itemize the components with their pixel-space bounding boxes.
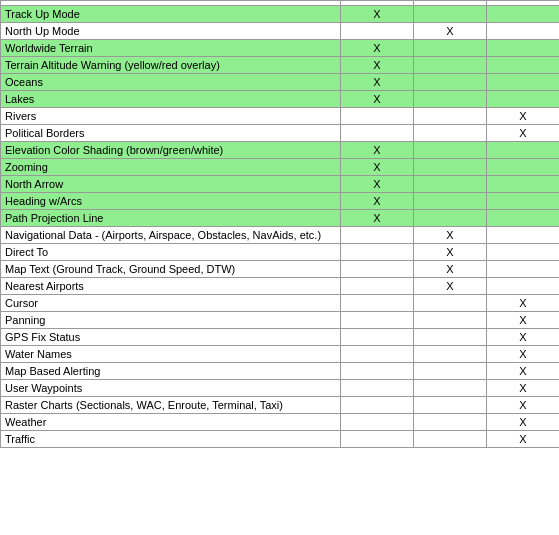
cell-col3 xyxy=(487,244,560,261)
cell-col2 xyxy=(414,6,487,23)
cell-col1 xyxy=(341,244,414,261)
feature-label: GPS Fix Status xyxy=(1,329,341,346)
feature-label: North Arrow xyxy=(1,176,341,193)
table-row: WeatherX xyxy=(1,414,560,431)
cell-col1: X xyxy=(341,193,414,210)
table-row: Political BordersX xyxy=(1,125,560,142)
cell-col3: X xyxy=(487,329,560,346)
cell-col1 xyxy=(341,363,414,380)
cell-col3: X xyxy=(487,414,560,431)
cell-col1 xyxy=(341,346,414,363)
table-row: TrafficX xyxy=(1,431,560,448)
cell-col3 xyxy=(487,40,560,57)
cell-col3: X xyxy=(487,346,560,363)
cell-col3 xyxy=(487,227,560,244)
cell-col3 xyxy=(487,193,560,210)
table-row: Worldwide TerrainX xyxy=(1,40,560,57)
table-row: Path Projection LineX xyxy=(1,210,560,227)
cell-col1 xyxy=(341,397,414,414)
cell-col2 xyxy=(414,346,487,363)
cell-col2 xyxy=(414,57,487,74)
table-row: User WaypointsX xyxy=(1,380,560,397)
cell-col3: X xyxy=(487,125,560,142)
cell-col1 xyxy=(341,329,414,346)
cell-col3 xyxy=(487,159,560,176)
feature-label: Panning xyxy=(1,312,341,329)
feature-label: Path Projection Line xyxy=(1,210,341,227)
feature-label: Zooming xyxy=(1,159,341,176)
table-row: Water NamesX xyxy=(1,346,560,363)
table-row: Map Based AlertingX xyxy=(1,363,560,380)
cell-col2 xyxy=(414,363,487,380)
cell-col1 xyxy=(341,414,414,431)
cell-col2 xyxy=(414,142,487,159)
cell-col1: X xyxy=(341,210,414,227)
table-row: Raster Charts (Sectionals, WAC, Enroute,… xyxy=(1,397,560,414)
cell-col2: X xyxy=(414,261,487,278)
feature-label: Map Based Alerting xyxy=(1,363,341,380)
cell-col1 xyxy=(341,125,414,142)
cell-col2 xyxy=(414,74,487,91)
cell-col3: X xyxy=(487,380,560,397)
table-row: Terrain Altitude Warning (yellow/red ove… xyxy=(1,57,560,74)
table-row: ZoomingX xyxy=(1,159,560,176)
feature-label: Track Up Mode xyxy=(1,6,341,23)
cell-col3 xyxy=(487,142,560,159)
feature-label: Oceans xyxy=(1,74,341,91)
cell-col3 xyxy=(487,57,560,74)
cell-col2 xyxy=(414,329,487,346)
cell-col1: X xyxy=(341,91,414,108)
cell-col3 xyxy=(487,278,560,295)
cell-col2: X xyxy=(414,278,487,295)
cell-col1 xyxy=(341,295,414,312)
cell-col2: X xyxy=(414,227,487,244)
feature-label: User Waypoints xyxy=(1,380,341,397)
cell-col1: X xyxy=(341,142,414,159)
cell-col3 xyxy=(487,210,560,227)
cell-col1: X xyxy=(341,74,414,91)
feature-label: Map Text (Ground Track, Ground Speed, DT… xyxy=(1,261,341,278)
table-row: CursorX xyxy=(1,295,560,312)
cell-col1: X xyxy=(341,159,414,176)
feature-label: Cursor xyxy=(1,295,341,312)
cell-col3 xyxy=(487,91,560,108)
table-row: Heading w/ArcsX xyxy=(1,193,560,210)
table-row: North Up ModeX xyxy=(1,23,560,40)
table-row: Map Text (Ground Track, Ground Speed, DT… xyxy=(1,261,560,278)
feature-label: Traffic xyxy=(1,431,341,448)
table-row: OceansX xyxy=(1,74,560,91)
cell-col1: X xyxy=(341,40,414,57)
cell-col2 xyxy=(414,159,487,176)
feature-label: North Up Mode xyxy=(1,23,341,40)
table-row: Elevation Color Shading (brown/green/whi… xyxy=(1,142,560,159)
table-row: Nearest AirportsX xyxy=(1,278,560,295)
cell-col2 xyxy=(414,40,487,57)
feature-label: Weather xyxy=(1,414,341,431)
table-row: Navigational Data - (Airports, Airspace,… xyxy=(1,227,560,244)
table-row: RiversX xyxy=(1,108,560,125)
cell-col3 xyxy=(487,6,560,23)
cell-col1 xyxy=(341,431,414,448)
cell-col2 xyxy=(414,397,487,414)
feature-label: Heading w/Arcs xyxy=(1,193,341,210)
cell-col3: X xyxy=(487,431,560,448)
cell-col2 xyxy=(414,431,487,448)
cell-col3 xyxy=(487,261,560,278)
cell-col3: X xyxy=(487,108,560,125)
table-row: LakesX xyxy=(1,91,560,108)
cell-col3 xyxy=(487,74,560,91)
feature-label: Political Borders xyxy=(1,125,341,142)
cell-col1 xyxy=(341,108,414,125)
cell-col1 xyxy=(341,227,414,244)
cell-col3: X xyxy=(487,363,560,380)
feature-label: Worldwide Terrain xyxy=(1,40,341,57)
table-row: Track Up ModeX xyxy=(1,6,560,23)
cell-col2 xyxy=(414,210,487,227)
feature-label: Lakes xyxy=(1,91,341,108)
cell-col2 xyxy=(414,176,487,193)
cell-col2 xyxy=(414,295,487,312)
cell-col1 xyxy=(341,312,414,329)
cell-col2 xyxy=(414,108,487,125)
cell-col3 xyxy=(487,23,560,40)
cell-col2: X xyxy=(414,244,487,261)
